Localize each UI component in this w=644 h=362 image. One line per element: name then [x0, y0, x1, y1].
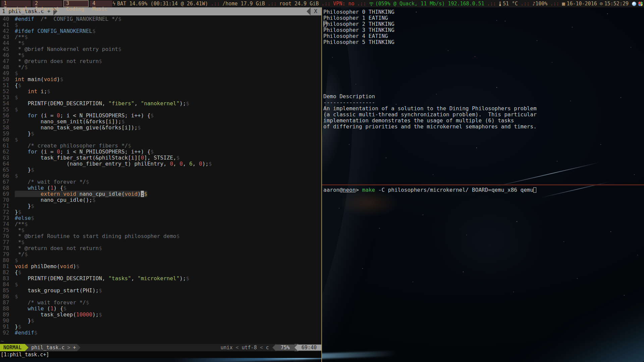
console-line: of differing priorities and the microker… — [323, 124, 644, 130]
code-line: 61 /* create philosopher fibers */$ — [0, 143, 321, 149]
separator: .:: — [357, 1, 366, 7]
code-line: 75 *$ — [0, 227, 321, 233]
code-line: 82{$ — [0, 269, 321, 276]
code-line: 87 /* wait forever */$ — [0, 300, 321, 306]
console-line: Philosopher 2 THINKING — [323, 21, 644, 27]
statusline-right: unix < utf-8 < c 75% 69:40 — [220, 344, 321, 351]
console-line — [323, 45, 644, 51]
console-line: Philosopher 1 EATING — [323, 15, 644, 21]
console-line — [323, 69, 644, 75]
workspace-switcher: 1 Terminal2 Internet3 Coding4 Music — [0, 0, 112, 7]
separator: .:: — [521, 1, 530, 7]
qemu-console-output[interactable]: Philosopher 0 THINKINGPhilosopher 1 EATI… — [322, 7, 644, 184]
temperature: 51 °C — [503, 1, 518, 7]
workspace-button[interactable]: 3 Coding — [63, 0, 89, 7]
code-line: 63 task_fiber_start(&philStack[i][0], ST… — [0, 155, 321, 161]
terminal-window-title: [1:phil_task.c+] — [0, 351, 321, 358]
code-line: 67 /* wait forever */$ — [0, 179, 321, 185]
scroll-percentage: 75% — [276, 345, 294, 351]
console-line — [323, 87, 644, 94]
calendar-icon: ▦ — [562, 1, 565, 7]
console-line — [323, 81, 644, 87]
code-line: 40#endif /* CONFIG_NANOKERNEL */$ — [0, 16, 321, 22]
vim-editor-pane[interactable]: 1 phil_task.c + X 40#endif /* CONFIG_NAN… — [0, 7, 321, 358]
code-line: 72}$ — [0, 209, 321, 215]
code-line: 52 int i;$ — [0, 88, 321, 95]
code-line: 56 for (i = 0; i < N_PHILOSOPHERS; i++) … — [0, 113, 321, 119]
separator: .:: — [487, 1, 496, 7]
code-line: 84$ — [0, 282, 321, 288]
wifi-icon — [369, 2, 374, 6]
file-encoding: utf-8 — [242, 345, 257, 351]
console-line — [323, 57, 644, 63]
separator: .:: — [268, 1, 277, 7]
code-line: 59 }$ — [0, 131, 321, 137]
statusline-file-segment: phil_task.c > + — [29, 344, 76, 351]
powerline-arrow-icon — [294, 344, 298, 351]
code-line: 80$ — [0, 257, 321, 263]
clock-icon: ⊙ — [600, 1, 603, 7]
code-line: 55$ — [0, 107, 321, 113]
system-tray — [632, 2, 643, 6]
separator: .:: — [321, 1, 330, 7]
separator: .:: — [211, 1, 220, 7]
powerline-arrow-icon — [307, 7, 311, 15]
statusline-fill — [80, 344, 221, 351]
console-line: (a classic multi-thread synchronization … — [323, 112, 644, 118]
vpn-status: VPN: no — [333, 1, 354, 7]
battery-icon: ϟ — [112, 1, 115, 7]
chevron-left-icon: < — [236, 345, 239, 351]
workspace-button[interactable]: 2 Internet — [32, 0, 62, 7]
code-line: 45 * @brief Nanokernel entry point$ — [0, 46, 321, 52]
code-line: 68 while (1) {$ — [0, 185, 321, 191]
disk-root: root 24.9 GiB — [279, 1, 319, 7]
ip-address — [445, 1, 448, 7]
code-line: 47 * @return does not return$ — [0, 58, 321, 64]
console-line — [323, 75, 644, 81]
code-line: 81void philDemo(void)$ — [0, 263, 321, 269]
code-line: 53$ — [0, 95, 321, 101]
code-line: 41$ — [0, 22, 321, 28]
console-line: Philosopher 3 THINKING — [323, 27, 644, 33]
powerline-arrow-icon — [272, 344, 276, 351]
pane-divider[interactable] — [321, 7, 322, 362]
workspace-button[interactable]: 4 Music — [90, 0, 112, 7]
code-line: 79 */$ — [0, 251, 321, 257]
code-line: 51{$ — [0, 82, 321, 88]
shell-prompt-line[interactable]: aaron@neon> make -C philosophers/microke… — [323, 187, 644, 193]
code-line: 49$ — [0, 70, 321, 76]
time: 15:52:29 — [604, 1, 629, 7]
console-line: implementation demonstrates the usage of… — [323, 118, 644, 124]
console-line: Philosopher 4 EATING — [323, 33, 644, 39]
chevron-left-icon: < — [260, 345, 263, 351]
console-line — [323, 51, 644, 57]
color-settings-icon[interactable] — [638, 2, 643, 6]
code-line: 44 *$ — [0, 40, 321, 46]
code-line: 71 }$ — [0, 203, 321, 209]
file-format: unix — [220, 345, 232, 351]
vim-mode-indicator: NORMAL — [0, 344, 25, 351]
code-line: 57 nano_sem_init(&forks[i]);$ — [0, 119, 321, 125]
code-line: 69 extern void nano_cpu_idle(void);$ — [0, 191, 321, 197]
code-buffer[interactable]: 40#endif /* CONFIG_NANOKERNEL */$41$42#i… — [0, 15, 321, 338]
powerline-arrow-icon — [25, 344, 29, 351]
shell-pane[interactable]: aaron@neon> make -C philosophers/microke… — [322, 185, 644, 362]
code-line: 76 * @brief Routine to start dining phil… — [0, 233, 321, 239]
powerline-arrow-icon — [77, 344, 80, 351]
tab-close-button[interactable]: X — [311, 7, 321, 15]
modified-flag: + — [73, 345, 76, 351]
workspace-button[interactable]: 1 Terminal — [1, 0, 31, 7]
vim-statusline: NORMAL phil_task.c > + unix < utf-8 < c … — [0, 344, 321, 351]
code-line: 85 task_group_start(PHI);$ — [0, 288, 321, 294]
network-speed: (059% @ Quack, 11 Mb/s) — [375, 1, 445, 7]
code-line: 89 task_sleep(10000);$ — [0, 312, 321, 318]
code-line: 50int main(void)$ — [0, 76, 321, 82]
console-line — [323, 63, 644, 69]
code-line: 48 */$ — [0, 64, 321, 70]
code-line: 46 *$ — [0, 52, 321, 58]
console-line: Demo Description — [323, 94, 644, 100]
right-terminal-pane: Philosopher 0 THINKINGPhilosopher 1 EATI… — [322, 7, 644, 362]
code-line: 74/**$ — [0, 221, 321, 227]
bulb-icon[interactable] — [632, 2, 636, 6]
code-line: 90 }$ — [0, 318, 321, 324]
